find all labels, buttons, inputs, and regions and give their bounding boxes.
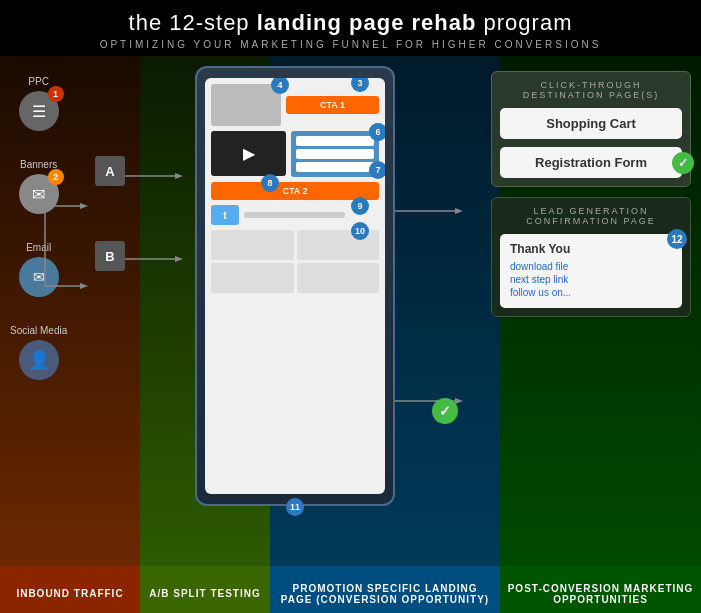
landing-page-device: 4 CTA 1 3 ▶ 5 [195, 66, 395, 506]
device-cta2: CTA 2 [211, 182, 379, 200]
traffic-icon-ppc: ☰ 1 [19, 91, 59, 131]
destination-area: CLICK-THROUGH DESTINATION PAGE(S) Shoppi… [491, 71, 691, 317]
ab-to-device-arrows [125, 164, 195, 324]
svg-marker-6 [175, 173, 183, 179]
form-field-3 [296, 162, 374, 172]
device-row2: ▶ 5 6 7 [211, 131, 379, 177]
traffic-label-social: Social Media [10, 325, 67, 336]
dest-options: Shopping Cart Registration Form ✓ [500, 108, 682, 178]
svg-marker-8 [175, 256, 183, 262]
connector-arrows [40, 166, 100, 326]
bottom-label-traffic: INBOUND TRAFFIC [0, 566, 140, 613]
play-icon: ▶ [243, 144, 255, 163]
dest-box-clickthrough: CLICK-THROUGH DESTINATION PAGE(S) Shoppi… [491, 71, 691, 187]
dest-title: CLICK-THROUGH DESTINATION PAGE(S) [500, 80, 682, 100]
traffic-icon-social: 👤 [19, 340, 59, 380]
dest-option-registration: Registration Form ✓ [500, 147, 682, 178]
svg-marker-1 [80, 203, 88, 209]
device-social-row: t 9 [211, 205, 379, 225]
num-badge-9: 9 [351, 197, 369, 215]
form-field-2 [296, 149, 374, 159]
traffic-item-ppc: PPC ☰ 1 [10, 76, 67, 131]
device-video: ▶ 5 [211, 131, 286, 176]
device-cta2-row: CTA 2 8 [211, 182, 379, 200]
grid-item-4 [297, 263, 380, 293]
num-badge-11: 11 [286, 498, 304, 516]
num-badge-3: 3 [351, 78, 369, 92]
badge-1: 1 [48, 86, 64, 102]
traffic-item-social: Social Media 👤 [10, 325, 67, 380]
content-overlay: PPC ☰ 1 Banners ✉ 2 Email ✉ [0, 56, 701, 566]
num-badge-4: 4 [271, 78, 289, 94]
device-form-section: 6 7 [291, 131, 379, 177]
thankyou-link-nextstep: next step link [510, 274, 672, 285]
thankyou-title: Thank You [510, 242, 672, 256]
num-badge-7: 7 [369, 161, 385, 179]
thankyou-link-download: download file [510, 261, 672, 272]
thankyou-link-followus: follow us on... [510, 287, 672, 298]
lead-gen-title: LEAD GENERATIONCONFIRMATION PAGE [500, 206, 682, 226]
header: the 12-step landing page rehab program O… [0, 0, 701, 56]
device-header-row: 4 CTA 1 3 [211, 84, 379, 126]
ppc-icon: ☰ [32, 102, 46, 121]
device-image-placeholder: 4 [211, 84, 281, 126]
thankyou-badge: 12 [667, 229, 687, 249]
dest-option-cart: Shopping Cart [500, 108, 682, 139]
bottom-labels: INBOUND TRAFFIC A/B SPLIT TESTING PROMOT… [0, 566, 701, 613]
social-icon: 👤 [28, 349, 50, 371]
num-badge-8: 8 [261, 174, 279, 192]
bottom-label-ab: A/B SPLIT TESTING [140, 566, 270, 613]
twitter-button: t [211, 205, 239, 225]
grid-item-1 [211, 230, 294, 260]
traffic-label-ppc: PPC [28, 76, 49, 87]
device-cta1: CTA 1 [286, 96, 379, 114]
svg-marker-10 [455, 208, 463, 214]
device-to-dest-arrow [395, 196, 475, 236]
dest-check-icon: ✓ [672, 152, 694, 174]
form-field-1 [296, 136, 374, 146]
header-subtitle: OPTIMIZING YOUR MARKETING FUNNEL FOR HIG… [15, 39, 686, 50]
lead-gen-box: LEAD GENERATIONCONFIRMATION PAGE Thank Y… [491, 197, 691, 317]
thankyou-card: Thank You 12 download file next step lin… [500, 234, 682, 308]
text-line-short [244, 212, 345, 218]
num-badge-6: 6 [369, 123, 385, 141]
lead-gen-check: ✓ [432, 398, 458, 424]
bottom-label-landing: PROMOTION SPECIFIC LANDING PAGE (CONVERS… [270, 566, 500, 613]
svg-marker-3 [80, 283, 88, 289]
device-grid-section: 10 [211, 230, 379, 293]
num-badge-10: 10 [351, 222, 369, 240]
header-title: the 12-step landing page rehab program [15, 10, 686, 36]
main-area: PPC ☰ 1 Banners ✉ 2 Email ✉ [0, 56, 701, 566]
grid-item-3 [211, 263, 294, 293]
svg-marker-12 [455, 398, 463, 404]
device-grid [211, 230, 379, 293]
bottom-label-postconv: POST-CONVERSION MARKETING OPPORTUNITIES [500, 566, 701, 613]
device-screen: 4 CTA 1 3 ▶ 5 [205, 78, 385, 494]
ab-split-area: A B [95, 156, 125, 271]
